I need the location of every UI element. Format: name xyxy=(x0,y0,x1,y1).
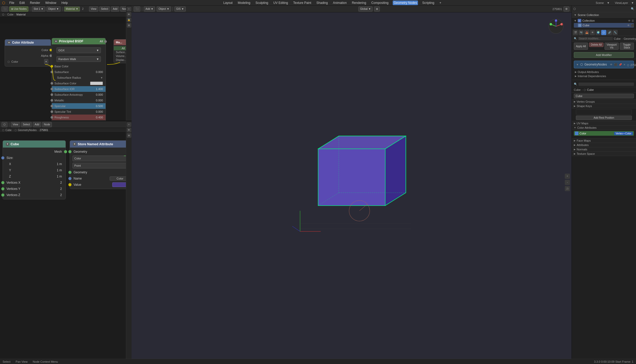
obj-bc-cube2[interactable]: Cube xyxy=(587,88,594,91)
prop-tab-view[interactable]: 👁 xyxy=(590,30,595,35)
navigation-gizmo[interactable]: X Y Z xyxy=(548,19,564,34)
store-name-input[interactable]: Color xyxy=(110,176,126,181)
texture-space-section[interactable]: ▶ Texture Space xyxy=(572,152,636,156)
tab-modeling[interactable]: Modeling xyxy=(237,1,251,5)
shape-keys-section[interactable]: ▶ Shape Keys xyxy=(572,104,636,108)
search-mods-icon[interactable]: 🔍 xyxy=(574,37,577,40)
prop-tab-scene[interactable]: 🎬 xyxy=(573,30,578,35)
menu-edit[interactable]: Edit xyxy=(18,1,26,5)
obj-bc-cube-name[interactable]: Cube xyxy=(574,88,581,91)
geometry-nodes-modifier[interactable]: ▼ ⬡ GeometryNodes 👁 ⬛ 📌 ✕ ⬡ 275801 📌 ✏ 🗑 xyxy=(574,61,634,68)
view-layer-select[interactable]: ▼ xyxy=(631,1,634,4)
camera-icon[interactable]: 🎥 xyxy=(565,186,570,191)
collection-item[interactable]: ▼ C Collection 👁 ☰ xyxy=(574,18,634,23)
socket-vertices-y-in[interactable] xyxy=(1,187,4,190)
mod-collapse-arrow[interactable]: ▼ xyxy=(576,63,579,66)
render-icon-cube[interactable]: ⬛ xyxy=(631,24,634,27)
socket-store-value-in[interactable] xyxy=(68,183,71,186)
geo-bc-geonodes[interactable]: GeometryNodes xyxy=(18,129,37,132)
vertex-groups-section[interactable]: ▶ Vertex Groups xyxy=(572,100,636,104)
geo-bc-frame[interactable]: 275801 xyxy=(39,129,48,132)
tab-compositing[interactable]: Compositing xyxy=(370,1,390,5)
toggle-stack-btn[interactable]: Toggle Stack xyxy=(620,43,634,50)
remove-color-attr[interactable]: ✕ xyxy=(44,59,48,64)
view-icon[interactable]: 👁 xyxy=(127,12,131,17)
output-attributes-section[interactable]: ▶ Output Attributes xyxy=(572,70,636,74)
tab-animation[interactable]: Animation xyxy=(332,1,348,5)
tab-scripting[interactable]: Scripting xyxy=(421,1,435,5)
add-modifier-btn[interactable]: Add Modifier xyxy=(574,52,634,58)
zoom-in-btn[interactable]: + xyxy=(565,174,570,179)
mat-breadcrumb-cube[interactable]: ⬡ xyxy=(2,13,4,16)
prop-tab-world[interactable]: 🌍 xyxy=(595,30,601,35)
store-domain-select[interactable]: Point ▼ xyxy=(73,163,126,168)
socket-cube-mesh-out[interactable] xyxy=(64,150,67,153)
select-menu-mat[interactable]: Select xyxy=(99,6,110,12)
socket-store-name-in[interactable] xyxy=(68,177,71,180)
tab-layout[interactable]: Layout xyxy=(222,1,234,5)
socket-vertices-x-in[interactable] xyxy=(1,181,4,184)
mat-breadcrumb-mat[interactable]: Material xyxy=(17,13,26,16)
mat-breadcrumb-cube-name[interactable]: Cube xyxy=(7,13,13,16)
geo-view-icon[interactable]: 👁 xyxy=(127,128,131,132)
geo-editor-type[interactable]: ⬡ xyxy=(2,122,7,127)
hide-icon-collection[interactable]: ☰ xyxy=(632,19,634,22)
cube-collection-item[interactable]: ⬡ Cube 👁 ⬛ xyxy=(574,23,634,28)
zoom-out-btn[interactable]: - xyxy=(565,180,570,185)
viewport-vis-btn[interactable]: Viewport Vis xyxy=(605,43,619,50)
tab-geometry-nodes[interactable]: Geometry Nodes xyxy=(393,1,418,5)
store-type-select[interactable]: Color ▼ xyxy=(73,156,126,161)
socket-subsurface-color-in[interactable] xyxy=(51,82,53,85)
object-mode[interactable]: Object ▼ xyxy=(46,6,61,12)
menu-file[interactable]: File xyxy=(8,1,15,5)
mod-render-icon[interactable]: ⬛ xyxy=(614,63,617,66)
properties-icon[interactable]: ⬡ xyxy=(573,7,576,11)
material-name[interactable]: Material ▼ xyxy=(64,6,80,12)
socket-bsdf-out[interactable] xyxy=(104,40,107,43)
internal-deps-section[interactable]: ▶ Internal Dependencies xyxy=(572,74,636,78)
socket-specular-in[interactable] xyxy=(51,105,53,107)
geo-view[interactable]: View xyxy=(11,122,20,127)
color-attr-list-item[interactable]: Color Vertex • Color xyxy=(574,131,634,136)
collapse-principled[interactable]: ▼ xyxy=(54,40,58,43)
mod-bc-geonodes[interactable]: GeometryNodes xyxy=(624,37,636,40)
face-maps-section[interactable]: ▶ Face Maps xyxy=(572,139,636,143)
geo-bc-cube[interactable]: Cube xyxy=(5,129,12,132)
collapse-color-attr[interactable]: ▼ xyxy=(7,41,11,44)
geo-add-icon[interactable]: + xyxy=(127,122,131,127)
socket-specular-tint-in[interactable] xyxy=(51,110,53,113)
viewport-transform[interactable]: ⊕ xyxy=(374,6,380,12)
tab-shading[interactable]: Shading xyxy=(315,1,329,5)
add-workspace[interactable]: + xyxy=(438,1,442,5)
use-nodes-btn[interactable]: ⊞ Use Nodes xyxy=(9,6,28,12)
add-menu-mat[interactable]: Add xyxy=(111,6,119,12)
scene-select[interactable]: ▼ xyxy=(607,1,610,4)
prop-tab-constraint[interactable]: 🔗 xyxy=(607,30,612,35)
uv-maps-section[interactable]: ▶ UV Maps xyxy=(572,121,636,126)
viewport-3d[interactable]: ⬛ Add ▼ Object ▼ GIS ▼ Global ▼ ⊕ 275801… xyxy=(132,6,571,359)
prop-tab-output[interactable]: 📤 xyxy=(584,30,589,35)
mod-x-icon[interactable]: ✕ xyxy=(623,63,625,66)
menu-help[interactable]: Help xyxy=(60,1,69,5)
eye-icon-collection[interactable]: 👁 xyxy=(628,19,631,22)
socket-vertices-z-in[interactable] xyxy=(1,193,4,197)
geo-node[interactable]: Node xyxy=(42,122,52,127)
distribution-select[interactable]: GGX ▼ xyxy=(57,47,101,53)
delete-btn[interactable]: Delete All xyxy=(589,43,603,47)
geo-zoom-icon[interactable]: ⊕ xyxy=(127,133,131,138)
prop-tab-modifier[interactable]: 🔧 xyxy=(613,30,618,35)
socket-subsurface-aniso-in[interactable] xyxy=(51,93,53,96)
geo-select[interactable]: Select xyxy=(21,122,32,127)
tab-rendering[interactable]: Rendering xyxy=(351,1,367,5)
viewport-editor-type[interactable]: ⬛ xyxy=(134,6,140,12)
normals-section[interactable]: ▶ Normals xyxy=(572,147,636,152)
subsurface-color-swatch[interactable] xyxy=(90,82,103,85)
attributes-section[interactable]: ▶ Attributes xyxy=(572,143,636,147)
cube-name-input[interactable]: Cube xyxy=(574,94,634,98)
store-named-attr-node[interactable]: ▼ Store Named Attribute Geometry xyxy=(70,140,126,189)
viewport-object-select[interactable]: Object ▼ xyxy=(157,6,171,12)
mod-eye-icon[interactable]: 👁 xyxy=(610,63,613,66)
collapse-cube-node[interactable]: ▼ xyxy=(6,143,9,146)
color-attributes-header[interactable]: ▼ Color Attributes xyxy=(572,126,636,130)
right-search-icon[interactable]: 🔍 xyxy=(631,7,634,11)
